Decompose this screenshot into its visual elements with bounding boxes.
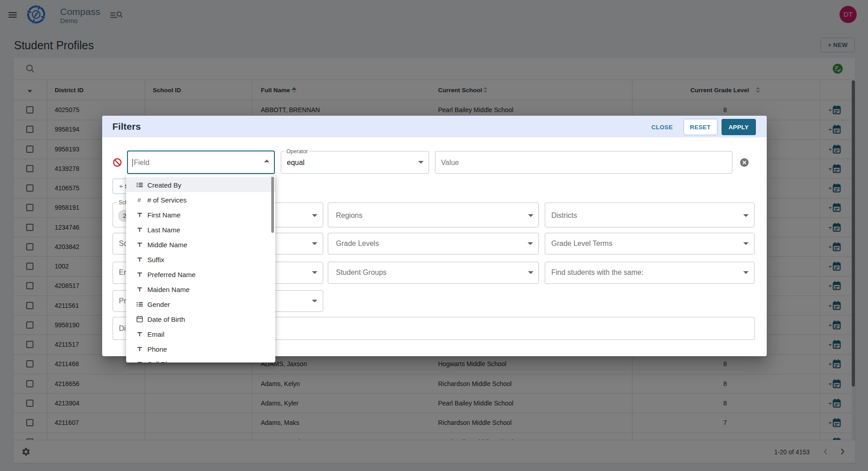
svg-text:#: # [137,196,141,203]
